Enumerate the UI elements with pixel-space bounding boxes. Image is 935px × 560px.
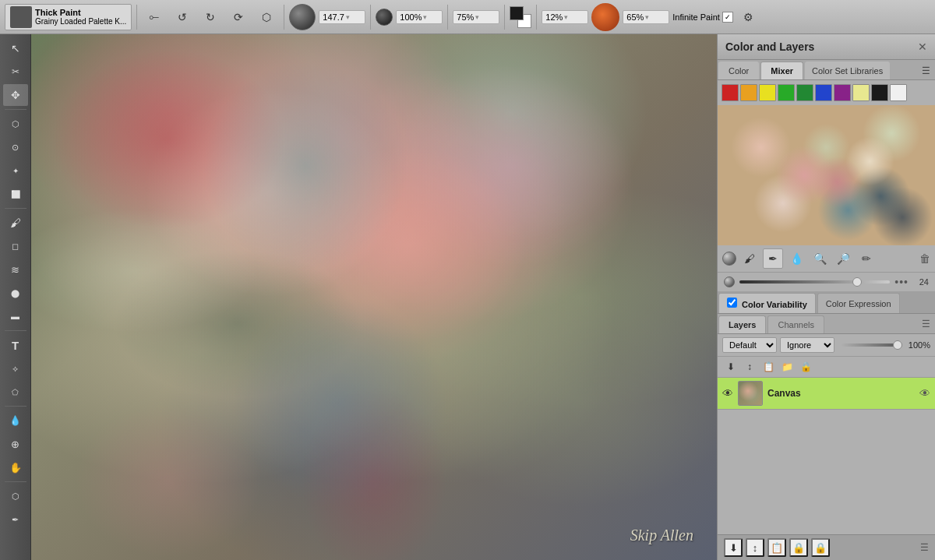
mixer-dropper-btn[interactable]: 💧 — [786, 248, 806, 269]
swatch-purple[interactable] — [834, 84, 851, 101]
mixer-trash-btn[interactable]: 🗑 — [919, 252, 930, 265]
mixer-canvas[interactable] — [718, 105, 935, 245]
panel-title: Color and Layers — [725, 41, 814, 53]
tabs-menu-btn[interactable]: ☰ — [917, 62, 935, 79]
right-panel: Color and Layers ✕ Color Mixer Color Set… — [717, 34, 935, 560]
tab-color[interactable]: Color — [718, 62, 759, 79]
foreground-color — [510, 6, 524, 20]
opacity-field[interactable]: 100% ▾ — [396, 10, 443, 24]
opacity-slider[interactable] — [841, 343, 902, 347]
swatch-black[interactable] — [871, 84, 888, 101]
swatch-blue[interactable] — [815, 84, 832, 101]
mixer-dots: ••• — [894, 276, 909, 288]
mixer-zoom-btn[interactable]: 🔎 — [833, 248, 853, 269]
sep5 — [504, 5, 505, 30]
brush-preview[interactable]: Thick Paint Grainy Loaded Palette K... — [5, 4, 132, 30]
blend-mode-select[interactable]: Default Normal Multiply Screen Overlay — [722, 337, 777, 353]
mixer-eyedropper-btn[interactable]: 🔍 — [810, 248, 830, 269]
paint-tool[interactable]: 🖌 — [3, 212, 28, 234]
smear-tool[interactable]: ≋ — [3, 259, 28, 280]
eyedropper-tool[interactable]: 💧 — [3, 410, 28, 431]
size-field[interactable]: 147.7 ▾ — [319, 10, 365, 24]
grain-field[interactable]: 75% ▾ — [453, 10, 499, 24]
swatch-red[interactable] — [722, 84, 739, 101]
selector-tool[interactable]: ↖ — [3, 37, 28, 59]
layer-group-bottom-btn[interactable]: ↕ — [746, 538, 764, 557]
subtab-expression[interactable]: Color Expression — [817, 293, 900, 313]
infinite-paint-toggle[interactable]: Infinite Paint ✓ — [672, 12, 733, 23]
crop-tool[interactable]: ✂ — [3, 61, 28, 83]
lasso-tool[interactable]: ⊙ — [3, 136, 28, 158]
panel-close-btn[interactable]: ✕ — [918, 41, 927, 53]
vector-tool[interactable]: ⟡ — [3, 357, 28, 379]
layer-row-canvas[interactable]: 👁 Canvas 👁 — [718, 378, 935, 410]
tab-color-set-libraries[interactable]: Color Set Libraries — [805, 62, 890, 79]
layers-bottom-toolbar: ⬇ ↕ 📋 🔒 🔒 ☰ — [718, 534, 935, 560]
layer-add-btn[interactable]: ⬇ — [724, 538, 743, 557]
mixer-toolbar: 🖌 ✒ 💧 🔍 🔎 ✏ 🗑 — [718, 245, 935, 273]
magic-wand-tool[interactable]: ✦ — [3, 160, 28, 181]
layers-mini-toolbar: ⬇ ↕ 📋 📁 🔒 — [718, 357, 935, 378]
layer-lock-btn[interactable]: 🔒 — [797, 358, 814, 375]
zoom-tool[interactable]: ⊕ — [3, 433, 28, 455]
text-tool[interactable]: T — [3, 334, 28, 356]
stroke-tool-3[interactable]: ↻ — [198, 5, 223, 30]
main-area: ↖ ✂ ✥ ⬡ ⊙ ✦ ⬜ 🖌 ◻ ≋ ⬤ ▬ T ⟡ ⬠ 💧 ⊕ ✋ ⬡ ✒ … — [0, 34, 935, 560]
shape-tool[interactable]: ⬠ — [3, 381, 28, 403]
blend-tool[interactable]: ⬤ — [3, 282, 28, 304]
swatch-orange[interactable] — [740, 84, 757, 101]
swatch-white[interactable] — [890, 84, 907, 101]
selection-adj-tool[interactable]: ⬜ — [3, 183, 28, 205]
stroke-tool-1[interactable]: ⟜ — [142, 5, 167, 30]
mixer-mix-btn[interactable]: ✒ — [763, 248, 783, 269]
brush-name: Thick Paint — [35, 8, 126, 17]
layer-delete-btn[interactable]: 🔒 — [811, 538, 830, 557]
mixer-size-slider[interactable] — [739, 280, 890, 284]
composite-select[interactable]: Ignore None Gel — [780, 337, 834, 353]
canvas-area[interactable]: Skip Allen — [31, 34, 717, 560]
other-field[interactable]: 12% ▾ — [542, 10, 588, 24]
layer-move-up-btn[interactable]: ↕ — [741, 358, 758, 375]
layers-tab-menu[interactable]: ☰ — [917, 315, 935, 333]
shape-tool-2[interactable]: ⬡ — [3, 485, 28, 507]
color-squares[interactable] — [510, 6, 531, 28]
layer-lock-bottom-btn[interactable]: 🔒 — [789, 538, 808, 557]
mixer-value: 24 — [913, 277, 929, 287]
mixer-brush-btn[interactable]: 🖌 — [739, 248, 760, 269]
layer-duplicate-btn[interactable]: 📋 — [760, 358, 777, 375]
layers-tab[interactable]: Layers — [718, 315, 766, 333]
stroke-tool-5[interactable]: ⬡ — [254, 5, 279, 30]
channels-tab[interactable]: Channels — [767, 315, 824, 333]
sep4 — [447, 5, 448, 30]
tab-mixer[interactable]: Mixer — [760, 62, 803, 79]
stroke-tool-4[interactable]: ⟳ — [226, 5, 251, 30]
blend-field[interactable]: 65% ▾ — [623, 10, 669, 24]
swatch-light-yellow[interactable] — [852, 84, 870, 101]
brush-settings-btn[interactable] — [591, 3, 619, 31]
move-tool[interactable]: ✥ — [3, 84, 28, 106]
layers-empty-area — [718, 410, 935, 534]
stroke-tool-2[interactable]: ↺ — [170, 5, 195, 30]
swatch-green[interactable] — [778, 84, 795, 101]
eraser-tool[interactable]: ◻ — [3, 235, 28, 257]
mixer-fill-btn[interactable]: ✏ — [856, 248, 877, 269]
settings-btn[interactable]: ⚙ — [736, 5, 761, 30]
variability-checkbox[interactable] — [727, 298, 737, 308]
lt-sep3 — [5, 330, 26, 331]
transform-tool[interactable]: ⬡ — [3, 113, 28, 135]
layer-move-down-btn[interactable]: ⬇ — [722, 358, 739, 375]
top-toolbar: Thick Paint Grainy Loaded Palette K... ⟜… — [0, 0, 935, 34]
layer-group-btn[interactable]: 📁 — [778, 358, 796, 375]
layer-merge-btn[interactable]: 📋 — [767, 538, 786, 557]
swatch-yellow[interactable] — [759, 84, 776, 101]
layers-bottom-menu[interactable]: ☰ — [920, 542, 929, 553]
swatch-dark-green[interactable] — [796, 84, 813, 101]
pen-tool[interactable]: ✒ — [3, 509, 28, 530]
fill-tool[interactable]: ▬ — [3, 305, 28, 327]
layer-eye-icon[interactable]: 👁 — [722, 387, 733, 400]
infinite-paint-checkbox[interactable]: ✓ — [722, 12, 733, 23]
hand-tool[interactable]: ✋ — [3, 456, 28, 478]
brush-subtitle: Grainy Loaded Palette K... — [35, 17, 126, 26]
layer-options-btn[interactable]: 👁 — [919, 387, 930, 400]
subtab-variability[interactable]: Color Variability — [718, 293, 816, 313]
